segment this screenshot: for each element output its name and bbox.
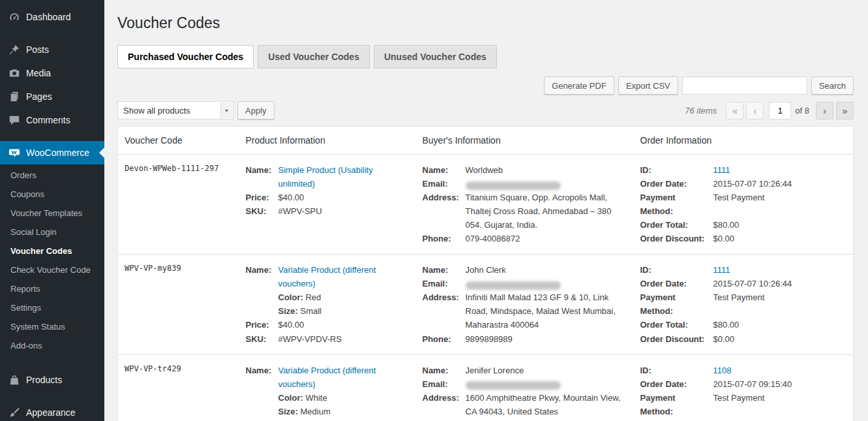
buyer-field-value: Jenifer Lorence — [466, 364, 626, 377]
buyer-value-text: 079-40086872 — [466, 234, 520, 243]
buyer-field-value: 1600 Amphitheatre Pkwy, Mountain View, C… — [466, 391, 626, 418]
prev-page-button[interactable]: ‹ — [746, 102, 764, 119]
product-field-value: #WPV-SPU — [278, 204, 408, 218]
order-link[interactable]: 1111 — [713, 265, 730, 275]
product-field-label: SKU: — [246, 332, 278, 346]
buyer-field-label: Email: — [423, 377, 466, 391]
tab-purchased-voucher-codes[interactable]: Purchased Voucher Codes — [117, 45, 254, 69]
toolbar: Generate PDF Export CSV Search — [117, 76, 854, 95]
buyer-value-text: 1600 Amphitheatre Pkwy, Mountain View, C… — [466, 393, 621, 416]
product-field-label: Name: — [246, 364, 278, 391]
menu-section: PostsMediaPagesComments — [0, 38, 104, 132]
order-field-label: Payment Method: — [640, 191, 713, 218]
export-csv-button[interactable]: Export CSV — [618, 76, 678, 95]
current-page-input[interactable] — [769, 102, 791, 119]
order-link[interactable]: 1111 — [713, 165, 730, 175]
buyer-field: Name:Jenifer Lorence — [423, 364, 626, 377]
items-count: 76 items — [685, 106, 717, 116]
next-page-button[interactable]: › — [816, 102, 833, 119]
product-field: Price:$40.00 — [246, 318, 408, 332]
product-attribute-label: Size: — [278, 306, 298, 316]
product-attribute-label: Size: — [278, 407, 298, 416]
apply-button[interactable]: Apply — [237, 101, 275, 119]
sidebar-item-appearance[interactable]: Appearance — [0, 401, 104, 421]
filter-row: Show all products ▼ Apply 76 items « ‹ o… — [117, 101, 854, 119]
buyer-info-cell: Name:WorldwebEmail:Address:Titanium Squa… — [416, 155, 634, 255]
buyer-value-text: John Clerk — [466, 265, 506, 275]
first-page-button[interactable]: « — [726, 102, 743, 119]
voucher-tabs: Purchased Voucher CodesUsed Voucher Code… — [117, 45, 854, 69]
product-field: SKU:#WPV-VPDV-RS — [246, 332, 408, 346]
search-button[interactable]: Search — [811, 76, 854, 95]
sidebar-item-comments[interactable]: Comments — [0, 108, 104, 132]
product-filter-select[interactable]: Show all products ▼ — [117, 101, 233, 119]
buyer-field-value: Titanium Square, Opp. Acropolis Mall, Th… — [466, 191, 626, 232]
sidebar-item-pages[interactable]: Pages — [0, 85, 104, 108]
product-field: Size: Small — [246, 304, 408, 318]
product-link[interactable]: Variable Product (different vouchers) — [278, 366, 376, 389]
product-field-value: Size: Medium — [278, 405, 408, 418]
submenu-item-orders[interactable]: Orders — [0, 166, 104, 185]
product-field: Color: White — [246, 391, 408, 405]
sidebar-item-media[interactable]: Media — [0, 61, 104, 85]
sidebar-item-products[interactable]: Products — [0, 368, 104, 392]
submenu-item-check-voucher-code[interactable]: Check Voucher Code — [0, 260, 104, 279]
buyer-field: Phone:+1650-253-0000 — [423, 418, 626, 421]
sidebar-item-posts[interactable]: Posts — [0, 38, 104, 61]
tab-used-voucher-codes[interactable]: Used Voucher Codes — [258, 45, 370, 69]
submenu-item-add-ons[interactable]: Add-ons — [0, 336, 104, 355]
sidebar-item-dashboard[interactable]: Dashboard — [0, 5, 104, 29]
posts-icon — [8, 43, 21, 56]
order-value-text: $80.00 — [713, 220, 740, 230]
order-link[interactable]: 1108 — [713, 366, 732, 375]
generate-pdf-button[interactable]: Generate PDF — [544, 76, 614, 95]
product-link[interactable]: Variable Product (different vouchers) — [278, 265, 376, 288]
order-value-text: $0.00 — [713, 234, 735, 243]
product-link[interactable]: Simple Product (Usability unlimited) — [278, 165, 373, 189]
order-field-value: $80.00 — [713, 318, 846, 332]
order-field: Order Total:$80.00 — [640, 218, 846, 232]
buyer-field-value: 9899898989 — [466, 332, 626, 346]
submenu-item-coupons[interactable]: Coupons — [0, 185, 104, 204]
submenu-item-reports[interactable]: Reports — [0, 279, 104, 298]
tab-unused-voucher-codes[interactable]: Unused Voucher Codes — [374, 45, 497, 69]
menu-section: WooCommerceOrdersCouponsVoucher Template… — [0, 141, 104, 359]
order-field-value: Test Payment — [713, 290, 846, 318]
search-input[interactable] — [682, 76, 807, 95]
order-info-cell: ID:1111Order Date:2015-07-07 10:26:44Pay… — [634, 155, 854, 255]
product-field-label: SKU: — [246, 204, 278, 218]
order-field: ID:1111 — [640, 263, 846, 277]
product-field: Color: Red — [246, 290, 408, 304]
column-header-product-information: Product Information — [239, 127, 416, 155]
order-field-value: 1111 — [713, 163, 846, 177]
submenu-item-voucher-codes[interactable]: Voucher Codes — [0, 242, 104, 260]
buyer-field-value: 079-40086872 — [466, 232, 626, 245]
order-value-text: 2015-07-07 09:15:40 — [713, 379, 792, 389]
last-page-button[interactable]: » — [836, 102, 854, 119]
submenu-item-social-login[interactable]: Social Login — [0, 223, 104, 242]
column-header-voucher-code: Voucher Code — [118, 127, 239, 155]
sidebar-item-label: Media — [26, 68, 51, 78]
order-field: ID:1108 — [640, 364, 846, 377]
order-field-value: 2015-07-07 10:26:44 — [713, 277, 846, 290]
submenu-item-voucher-templates[interactable]: Voucher Templates — [0, 204, 104, 223]
order-field: Order Discount:$0.00 — [640, 232, 846, 245]
comments-icon — [8, 114, 21, 127]
product-value-text: Red — [305, 292, 321, 302]
order-field: ID:1111 — [640, 163, 846, 177]
buyer-field-value — [466, 277, 626, 290]
submenu-item-system-status[interactable]: System Status — [0, 317, 104, 336]
submenu-item-settings[interactable]: Settings — [0, 298, 104, 317]
buyer-field: Email: — [423, 177, 626, 191]
voucher-code: WPV-VP-tr429 — [125, 364, 181, 373]
product-value-text: $40.00 — [278, 193, 305, 202]
product-field-value: Simple Product (Usability unlimited) — [278, 163, 408, 191]
table-row: Devon-WPWeb-1111-297Name:Simple Product … — [118, 155, 854, 255]
buyer-field-label: Email: — [423, 177, 466, 191]
sidebar-item-woocommerce[interactable]: WooCommerce — [0, 141, 104, 164]
order-field: Order Date:2015-07-07 09:15:40 — [640, 377, 846, 391]
buyer-field-value: +1650-253-0000 — [466, 418, 626, 421]
buyer-field: Address:1600 Amphitheatre Pkwy, Mountain… — [423, 391, 626, 418]
order-field-label: ID: — [640, 163, 713, 177]
voucher-code-cell: WPV-VP-tr429 — [118, 354, 239, 421]
